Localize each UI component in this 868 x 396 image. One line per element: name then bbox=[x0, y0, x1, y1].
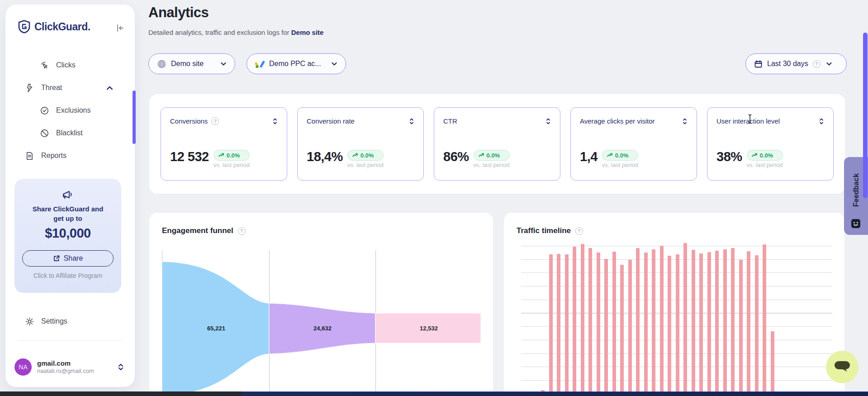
kpi-label: Average clicks per visitor bbox=[580, 117, 655, 125]
kpi-compare-label: vs. last period bbox=[602, 162, 638, 168]
page-subtitle-site: Demo site bbox=[291, 29, 324, 36]
avatar-initials: NA bbox=[19, 363, 27, 371]
bottom-edge-bar-right bbox=[242, 391, 868, 396]
kpi-card-user-interaction[interactable]: User interaction level 38% 0.0% vs. last… bbox=[707, 107, 834, 181]
external-link-icon bbox=[53, 255, 60, 262]
kpi-compare-label: vs. last period bbox=[213, 162, 250, 168]
traffic-bar bbox=[628, 260, 632, 396]
kpi-label: CTR bbox=[443, 117, 457, 125]
funnel-value-label: 24,632 bbox=[313, 325, 332, 332]
trend-up-icon bbox=[751, 152, 758, 158]
account-email: naatali.ro@gmail.com bbox=[37, 367, 94, 375]
sidebar: ClickGuard. Clicks Threat bbox=[5, 5, 135, 387]
promo-amount: $10,000 bbox=[14, 226, 121, 241]
sidebar-item-label: Settings bbox=[41, 317, 67, 325]
sidebar-item-exclusions[interactable]: Exclusions bbox=[5, 100, 135, 120]
traffic-bar bbox=[597, 253, 600, 396]
kpi-change-value: 0.0% bbox=[487, 152, 500, 159]
ppc-account-dropdown-value: Demo PPC ac... bbox=[269, 60, 321, 68]
sidebar-scrollbar-thumb[interactable] bbox=[133, 91, 136, 144]
google-ads-icon bbox=[255, 60, 265, 68]
page-title: Analytics bbox=[148, 5, 209, 21]
account-name: gmail.com bbox=[37, 359, 94, 367]
date-range-dropdown[interactable]: Last 30 days ? bbox=[745, 53, 847, 74]
kpi-card-conversion-rate[interactable]: Conversion rate 18,4% 0.0% vs. last peri… bbox=[297, 107, 424, 181]
kpi-change-badge: 0.0% bbox=[213, 150, 250, 161]
check-badge-icon bbox=[40, 106, 49, 115]
traffic-bar bbox=[604, 259, 608, 396]
globe-icon bbox=[157, 59, 166, 69]
kpi-compare-label: vs. last period bbox=[347, 162, 384, 168]
help-icon[interactable]: ? bbox=[238, 227, 246, 235]
traffic-bar bbox=[636, 248, 640, 396]
chevron-down-icon bbox=[826, 61, 832, 67]
traffic-bar bbox=[707, 252, 711, 396]
text-cursor bbox=[747, 114, 753, 124]
promo-text-line2: get up to bbox=[14, 215, 121, 222]
traffic-bar bbox=[692, 250, 695, 396]
site-dropdown[interactable]: Demo site bbox=[148, 53, 235, 74]
kpi-change-value: 0.0% bbox=[227, 152, 240, 159]
sidebar-item-settings[interactable]: Settings bbox=[5, 311, 135, 331]
kpi-card-conversions[interactable]: Conversions ? 12 532 0.0% vs. last perio… bbox=[161, 107, 287, 181]
sidebar-item-blacklist[interactable]: Blacklist bbox=[5, 123, 135, 143]
kpi-panel: Conversions ? 12 532 0.0% vs. last perio… bbox=[149, 94, 845, 194]
help-icon[interactable]: ? bbox=[575, 227, 583, 235]
sidebar-item-label: Reports bbox=[41, 152, 66, 160]
kpi-value: 18,4% bbox=[307, 150, 343, 164]
traffic-bar bbox=[771, 331, 774, 396]
no-symbol-icon bbox=[40, 129, 49, 138]
sidebar-item-label: Exclusions bbox=[56, 106, 90, 115]
chevron-up-icon[interactable] bbox=[106, 84, 114, 92]
kpi-value: 38% bbox=[716, 150, 742, 164]
help-icon[interactable]: ? bbox=[813, 60, 821, 68]
kpi-change-badge: 0.0% bbox=[602, 150, 638, 161]
traffic-chart-title: Traffic timeline bbox=[517, 226, 571, 235]
sidebar-item-threat[interactable]: Threat bbox=[5, 78, 135, 98]
sort-icon[interactable] bbox=[682, 118, 688, 125]
kpi-change-badge: 0.0% bbox=[747, 150, 783, 161]
brand-name: ClickGuard. bbox=[34, 21, 90, 33]
traffic-bar bbox=[573, 247, 576, 396]
traffic-bars bbox=[521, 240, 832, 396]
sort-icon[interactable] bbox=[409, 118, 414, 125]
kpi-label: Conversion rate bbox=[307, 117, 355, 125]
bottom-edge-bar bbox=[0, 391, 868, 396]
kpi-value: 1,4 bbox=[580, 150, 598, 164]
traffic-bar bbox=[660, 246, 664, 396]
chat-bubble-icon bbox=[833, 359, 851, 375]
sort-icon[interactable] bbox=[545, 118, 551, 125]
calendar-icon bbox=[754, 60, 763, 68]
sidebar-item-clicks[interactable]: Clicks bbox=[5, 55, 135, 75]
chat-launcher-button[interactable] bbox=[826, 351, 859, 383]
funnel-value-label: 12,532 bbox=[420, 325, 438, 332]
sidebar-item-reports[interactable]: Reports bbox=[5, 146, 135, 166]
page-scrollbar-thumb[interactable] bbox=[863, 33, 868, 198]
kpi-card-ctr[interactable]: CTR 86% 0.0% vs. last period bbox=[434, 107, 560, 181]
affiliate-link[interactable]: Click to Affiliate Program bbox=[14, 272, 121, 279]
share-button[interactable]: Share bbox=[22, 250, 114, 267]
kpi-value: 12 532 bbox=[170, 150, 209, 164]
account-switcher[interactable]: NA gmail.com naatali.ro@gmail.com bbox=[14, 357, 126, 377]
kpi-change-value: 0.0% bbox=[760, 152, 773, 159]
page-subtitle-text: Detailed analytics, traffic and exclusio… bbox=[148, 29, 291, 36]
feedback-smiley-icon bbox=[851, 219, 861, 229]
kpi-card-avg-clicks[interactable]: Average clicks per visitor 1,4 0.0% vs. … bbox=[570, 107, 697, 181]
sort-icon[interactable] bbox=[819, 118, 824, 125]
sidebar-collapse-icon[interactable] bbox=[116, 24, 125, 33]
kpi-change-value: 0.0% bbox=[360, 152, 374, 159]
help-icon[interactable]: ? bbox=[211, 117, 219, 125]
funnel-chart-title: Engagement funnel bbox=[162, 226, 233, 235]
traffic-bar bbox=[644, 253, 648, 396]
sidebar-divider bbox=[18, 340, 122, 341]
traffic-bar bbox=[588, 248, 592, 396]
promo-text-line1: Share ClickGuard and bbox=[14, 205, 121, 213]
brand-logo[interactable]: ClickGuard. bbox=[18, 20, 90, 33]
kpi-change-badge: 0.0% bbox=[347, 150, 384, 161]
traffic-bar bbox=[620, 265, 624, 396]
ppc-account-dropdown[interactable]: Demo PPC ac... bbox=[247, 53, 346, 74]
kpi-compare-label: vs. last period bbox=[474, 162, 510, 168]
traffic-bar bbox=[723, 249, 727, 396]
affiliate-promo-card: Share ClickGuard and get up to $10,000 S… bbox=[14, 179, 121, 293]
sort-icon[interactable] bbox=[272, 118, 278, 125]
